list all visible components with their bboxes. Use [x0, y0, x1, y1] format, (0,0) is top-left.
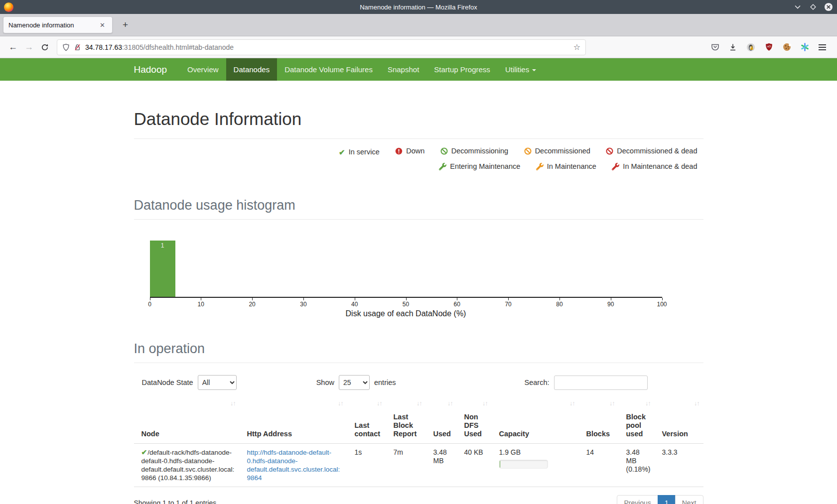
nav-item-datanode-volume-failures[interactable]: Datanode Volume Failures	[277, 58, 380, 81]
pocket-icon[interactable]	[711, 43, 719, 51]
cell-http-address: http://hdfs-datanode-default-0.hdfs-data…	[240, 444, 347, 487]
menu-hamburger-icon[interactable]	[819, 44, 827, 50]
column-header-non-dfs-used[interactable]: ↓↑Non DFS Used	[457, 396, 492, 444]
legend-in-maintenance-dead: In Maintenance & dead	[612, 159, 697, 174]
show-label: Show	[316, 378, 334, 386]
wrench-icon	[439, 163, 446, 170]
sort-icon: ↓↑	[482, 399, 488, 408]
datanode-http-link[interactable]: http://hdfs-datanode-default-0.hdfs-data…	[247, 449, 340, 482]
x-axis: 0 10 20 30 40 50 60 70 80 90 100	[150, 298, 662, 309]
back-button[interactable]: ←	[5, 42, 21, 52]
tab-title: Namenode information	[8, 21, 98, 29]
bookmark-star-icon[interactable]: ☆	[573, 42, 580, 52]
showing-entries-text: Showing 1 to 1 of 1 entries	[134, 499, 217, 504]
new-tab-button[interactable]: +	[120, 19, 131, 30]
ban-icon	[440, 147, 448, 155]
status-legend: ✔ In service Down Decommissioning	[134, 144, 703, 175]
svg-text:uO: uO	[767, 45, 771, 48]
tab-strip: Namenode information ✕ +	[0, 14, 837, 36]
column-header-last-contact[interactable]: ↓↑Last contact	[347, 396, 386, 444]
x-tick: 50	[403, 301, 409, 308]
column-header-version[interactable]: ↓↑Version	[655, 396, 703, 444]
next-page-button[interactable]: Next	[675, 495, 703, 504]
table-controls: DataNode State All Show 25 entries Searc…	[134, 375, 703, 390]
ublock-icon[interactable]: uO	[765, 43, 773, 51]
x-tick: 10	[198, 301, 204, 308]
chevron-down-icon	[532, 69, 536, 71]
x-tick: 0	[148, 301, 151, 308]
hadoop-brand[interactable]: Hadoop	[134, 58, 180, 81]
window-maximize-button[interactable]	[809, 2, 818, 11]
previous-page-button[interactable]: Previous	[617, 495, 658, 504]
cell-block-pool-used: 3.48 MB (0.18%)	[619, 444, 655, 487]
x-tick: 20	[249, 301, 255, 308]
cell-node: ✔/default-rack/hdfs-datanode-default-0.h…	[134, 444, 240, 487]
show-entries-select[interactable]: 25	[339, 375, 370, 390]
page-1-button[interactable]: 1	[658, 495, 676, 504]
lock-insecure-icon	[74, 43, 81, 51]
check-icon: ✔	[141, 448, 147, 456]
legend-decommissioning: Decommissioning	[440, 144, 508, 158]
x-tick: 40	[351, 301, 358, 308]
column-header-last-block-report[interactable]: ↓↑Last Block Report	[386, 396, 426, 444]
nav-item-datanodes[interactable]: Datanodes	[226, 58, 278, 81]
column-header-http-address[interactable]: ↓↑Http Address	[240, 396, 347, 444]
page-content: Datanode Information ✔ In service Down	[134, 109, 703, 504]
window-close-button[interactable]	[824, 2, 833, 11]
column-header-capacity[interactable]: ↓↑Capacity	[492, 396, 579, 444]
cell-last-contact: 1s	[347, 444, 386, 487]
capacity-progress-bar	[499, 460, 548, 469]
downloads-icon[interactable]	[729, 43, 737, 51]
divider	[134, 219, 703, 220]
search-label: Search:	[525, 378, 550, 386]
tab-close-icon[interactable]: ✕	[98, 20, 107, 30]
extension-privacy-icon[interactable]	[746, 43, 755, 52]
x-axis-label: Disk usage of each DataNode (%)	[150, 309, 662, 318]
nav-item-startup-progress[interactable]: Startup Progress	[426, 58, 498, 81]
divider	[134, 138, 703, 139]
legend-decommissioned: Decommissioned	[524, 144, 590, 158]
window-minimize-button[interactable]	[793, 2, 802, 11]
forward-button[interactable]: →	[21, 42, 37, 52]
sort-icon: ↓↑	[645, 399, 651, 408]
column-header-used[interactable]: ↓↑Used	[426, 396, 457, 444]
legend-in-service: ✔ In service	[339, 145, 380, 159]
legend-decommissioned-dead: Decommissioned & dead	[606, 144, 697, 158]
datanodes-table: ↓↑Node ↓↑Http Address ↓↑Last contact ↓↑L…	[134, 396, 703, 487]
window-title: Namenode information — Mozilla Firefox	[0, 3, 837, 11]
cell-used: 3.48 MB	[426, 444, 457, 487]
datanode-state-select[interactable]: All	[198, 375, 237, 390]
cell-capacity: 1.9 GB	[492, 444, 579, 487]
cookie-extension-icon[interactable]	[783, 43, 791, 51]
sort-icon: ↓↑	[447, 399, 453, 408]
column-header-block-pool-used[interactable]: ↓↑Block pool used	[619, 396, 655, 444]
sort-icon: ↓↑	[417, 399, 422, 408]
divider	[134, 363, 703, 363]
sparkle-extension-icon[interactable]	[801, 43, 809, 51]
sort-icon: ↓↑	[609, 399, 615, 408]
sort-icon: ↓↑	[694, 399, 699, 408]
datanode-usage-histogram: 1 0 10 20 30 40 50 60 70 80 90 100	[150, 242, 662, 318]
datanode-state-label: DataNode State	[142, 378, 193, 386]
exclamation-circle-icon	[395, 147, 403, 155]
reload-button[interactable]	[37, 42, 53, 52]
search-input[interactable]	[554, 376, 648, 390]
histogram-bar-value: 1	[150, 241, 175, 249]
capacity-value: 1.9 GB	[499, 448, 575, 457]
in-operation-heading: In operation	[134, 341, 703, 357]
nav-item-utilities[interactable]: Utilities	[498, 58, 544, 81]
ban-icon	[524, 147, 532, 155]
url-path: :31805/dfshealth.html#tab-datanode	[122, 43, 234, 51]
column-header-node[interactable]: ↓↑Node	[134, 396, 240, 444]
pagination: Previous 1 Next	[617, 495, 703, 504]
histogram-heading: Datanode usage histogram	[134, 198, 703, 213]
shield-icon	[62, 43, 70, 51]
nav-item-overview[interactable]: Overview	[180, 58, 226, 81]
nav-item-snapshot[interactable]: Snapshot	[380, 58, 426, 81]
column-header-blocks[interactable]: ↓↑Blocks	[579, 396, 619, 444]
sort-icon: ↓↑	[569, 399, 575, 408]
x-tick: 60	[454, 301, 460, 308]
url-bar[interactable]: 34.78.17.63:31805/dfshealth.html#tab-dat…	[57, 39, 586, 55]
wrench-icon	[612, 163, 619, 170]
tab-namenode-information[interactable]: Namenode information ✕	[3, 16, 113, 33]
